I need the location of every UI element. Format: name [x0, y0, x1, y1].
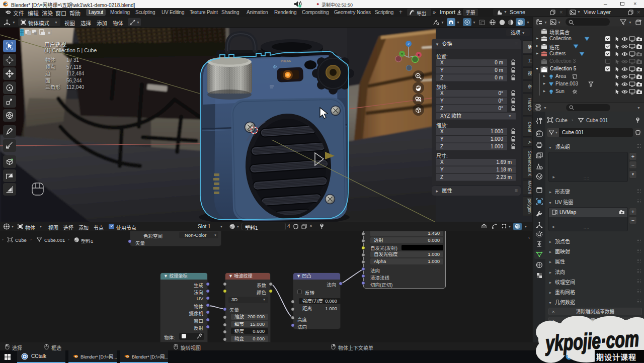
svg-text:Z: Z: [408, 42, 410, 46]
svg-text:Y: Y: [400, 52, 403, 56]
svg-text:PRESS: PRESS: [281, 59, 291, 63]
svg-text:X: X: [417, 53, 420, 57]
